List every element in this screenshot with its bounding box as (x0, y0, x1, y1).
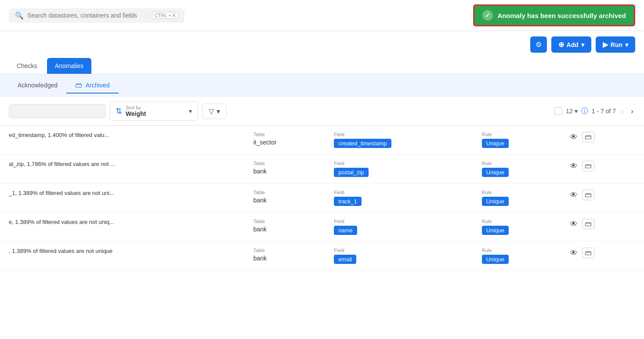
search-box[interactable]: 🔍 CTRL + K (9, 8, 185, 23)
row-field: Field postal_zip (325, 155, 473, 184)
play-circle-icon: ▶ (603, 40, 608, 49)
row-rule: Rule Unique (473, 126, 561, 155)
row-table: Table bank (245, 213, 325, 242)
table-name: it_sector (253, 139, 316, 146)
view-icon[interactable]: 👁 (570, 133, 578, 142)
table-name: bank (253, 255, 316, 262)
actions-row: ⚙ ⊕ Add ▾ ▶ Run ▾ (0, 31, 644, 58)
table-row: _1, 1.389% of filtered values are not un… (0, 184, 644, 213)
rule-label: Rule (482, 219, 552, 224)
table-name: bank (253, 168, 316, 175)
success-toast: ✓ Anomaly has been successfully archived (473, 4, 635, 26)
row-rule: Rule Unique (473, 213, 561, 242)
field-label: Field (334, 248, 464, 253)
row-field: Field track_1 (325, 184, 473, 213)
table-label: Table (253, 190, 316, 195)
tab-checks[interactable]: Checks (9, 58, 45, 74)
filter-button[interactable]: ▽ ▾ (202, 104, 227, 119)
prev-page-button[interactable]: ‹ (619, 106, 626, 117)
tab-anomalies[interactable]: Anomalies (47, 58, 91, 74)
rule-label: Rule (482, 190, 552, 195)
main-tabs: Checks Anomalies (0, 58, 644, 74)
toolbar: ⇅ Sort by Weight ▾ ▽ ▾ 12 ▾ ⓘ 1 - 7 of 7… (0, 97, 644, 126)
row-field: Field name (325, 213, 473, 242)
row-description: e, 1.389% of filtered values are not uni… (0, 213, 245, 242)
table-row: ed_timestamp, 1.400% of filtered valu...… (0, 126, 644, 155)
view-icon[interactable]: 👁 (570, 249, 578, 258)
row-description: al_zip, 1.786% of filtered values are no… (0, 155, 245, 184)
rule-label: Rule (482, 161, 552, 166)
row-actions: 👁 🗃 (561, 184, 644, 213)
run-dropdown-arrow: ▾ (625, 41, 628, 48)
toast-message: Anomaly has been successfully archived (497, 12, 626, 19)
table-label: Table (253, 248, 316, 253)
table-name: bank (253, 226, 316, 233)
settings-button[interactable]: ⚙ (530, 36, 547, 53)
archive-row-icon[interactable]: 🗃 (582, 219, 594, 229)
search-icon: 🔍 (15, 11, 24, 20)
table-row: , 1.389% of filtered values are not uniq… (0, 242, 644, 270)
row-table: Table bank (245, 184, 325, 213)
rule-badge: Unique (482, 168, 509, 177)
table-name: bank (253, 197, 316, 204)
sort-dropdown[interactable]: ⇅ Sort by Weight ▾ (110, 101, 198, 121)
table-label: Table (253, 132, 316, 137)
archive-row-icon[interactable]: 🗃 (582, 132, 594, 142)
archive-row-icon[interactable]: 🗃 (582, 248, 594, 258)
sub-tab-archived[interactable]: 🗃 Archived (66, 78, 118, 94)
run-button[interactable]: ▶ Run ▾ (596, 36, 635, 53)
archive-row-icon[interactable]: 🗃 (582, 190, 594, 200)
field-label: Field (334, 161, 464, 166)
rule-label: Rule (482, 132, 552, 137)
row-actions: 👁 🗃 (561, 242, 644, 270)
field-badge: created_timestamp (334, 139, 391, 148)
archived-label: Archived (86, 82, 109, 89)
sub-tabs: Acknowledged 🗃 Archived (0, 74, 644, 97)
page-info: 1 - 7 of 7 (592, 108, 616, 115)
page-size-selector[interactable]: 12 ▾ (566, 108, 578, 115)
field-label: Field (334, 190, 464, 195)
filter-icon: ▽ (209, 107, 214, 115)
field-badge: name (334, 226, 357, 235)
help-icon[interactable]: ⓘ (581, 107, 588, 116)
row-rule: Rule Unique (473, 242, 561, 270)
select-all-checkbox[interactable] (554, 107, 562, 115)
rule-badge: Unique (482, 139, 509, 148)
add-dropdown-arrow: ▾ (581, 41, 584, 48)
filter-dropdown-arrow: ▾ (217, 107, 220, 115)
field-badge: postal_zip (334, 168, 369, 177)
view-icon[interactable]: 👁 (570, 191, 578, 200)
rule-badge: Unique (482, 255, 509, 264)
pagination-area: 12 ▾ ⓘ 1 - 7 of 7 ‹ › (554, 106, 635, 117)
rule-badge: Unique (482, 226, 509, 235)
rule-badge: Unique (482, 197, 509, 206)
row-field: Field email (325, 242, 473, 270)
row-table: Table it_sector (245, 126, 325, 155)
row-actions: 👁 🗃 (561, 126, 644, 155)
row-rule: Rule Unique (473, 155, 561, 184)
field-label: Field (334, 132, 464, 137)
field-badge: track_1 (334, 197, 362, 206)
sort-label: Sort by Weight (126, 105, 146, 117)
field-badge: email (334, 255, 356, 264)
row-actions: 👁 🗃 (561, 155, 644, 184)
add-button[interactable]: ⊕ Add ▾ (551, 36, 591, 53)
acknowledged-label: Acknowledged (18, 82, 58, 89)
view-icon[interactable]: 👁 (570, 220, 578, 229)
field-label: Field (334, 219, 464, 224)
table-row: al_zip, 1.786% of filtered values are no… (0, 155, 644, 184)
next-page-button[interactable]: › (629, 106, 635, 117)
sort-dropdown-arrow: ▾ (189, 108, 192, 115)
archive-row-icon[interactable]: 🗃 (582, 161, 594, 171)
search-input[interactable] (27, 12, 148, 19)
filter-input[interactable] (9, 104, 105, 118)
row-description: _1, 1.389% of filtered values are not un… (0, 184, 245, 213)
view-icon[interactable]: 👁 (570, 162, 578, 171)
table-label: Table (253, 219, 316, 224)
check-circle-icon: ✓ (482, 10, 493, 21)
sub-tab-acknowledged[interactable]: Acknowledged (9, 78, 66, 93)
row-description: , 1.389% of filtered values are not uniq… (0, 242, 245, 270)
row-actions: 👁 🗃 (561, 213, 644, 242)
table-row: e, 1.389% of filtered values are not uni… (0, 213, 644, 242)
row-rule: Rule Unique (473, 184, 561, 213)
